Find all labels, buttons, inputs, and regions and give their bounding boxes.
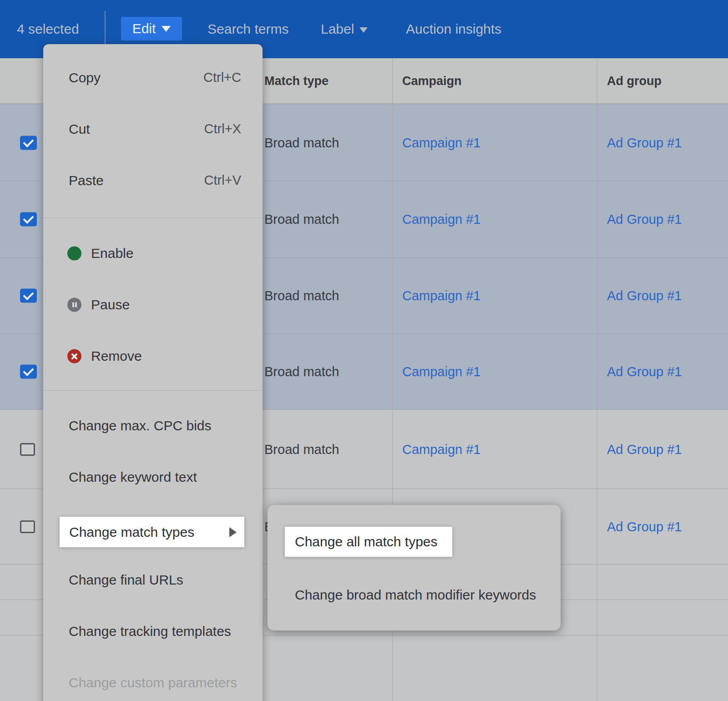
menu-item-change-match-types[interactable]: Change match types (43, 503, 263, 554)
column-header-ad-group[interactable]: Ad group (607, 58, 662, 104)
ad-group-link[interactable]: Ad Group #1 (607, 519, 682, 534)
row-checkbox-checked[interactable] (20, 136, 37, 150)
column-divider (597, 58, 597, 701)
menu-item-label: Copy (69, 70, 101, 86)
row-checkbox-checked[interactable] (20, 289, 37, 303)
menu-item-label: Change final URLs (69, 572, 183, 588)
menu-item-change-tracking-templates[interactable]: Change tracking templates (43, 605, 263, 657)
row-checkbox-unchecked[interactable] (20, 443, 35, 456)
menu-item-paste[interactable]: Paste Ctrl+V (43, 155, 263, 206)
campaign-link[interactable]: Campaign #1 (402, 364, 481, 379)
row-checkbox-checked[interactable] (20, 212, 37, 227)
menu-item-change-keyword-text[interactable]: Change keyword text (43, 451, 263, 503)
menu-item-copy[interactable]: Copy Ctrl+C (43, 52, 263, 103)
row-checkbox-checked[interactable] (20, 365, 37, 379)
menu-item-label: Change max. CPC bids (69, 418, 211, 434)
match-type-cell: Broad match (264, 442, 339, 457)
campaign-link[interactable]: Campaign #1 (402, 442, 481, 457)
menu-item-change-custom-parameters[interactable]: Change custom parameters (43, 657, 263, 701)
menu-item-change-max-cpc-bids[interactable]: Change max. CPC bids (43, 400, 263, 451)
menu-item-pause[interactable]: Pause (43, 279, 263, 330)
menu-item-label: Change tracking templates (69, 624, 231, 639)
menu-item-remove[interactable]: Remove (43, 330, 263, 382)
chevron-down-icon (359, 27, 368, 33)
menu-item-label: Paste (69, 173, 104, 188)
submenu-item-change-all-match-types[interactable]: Change all match types (285, 527, 452, 557)
submenu-item-change-broad-match-modifier-keywords[interactable]: Change broad match modifier keywords (295, 587, 536, 603)
column-header-match-type[interactable]: Match type (264, 58, 329, 104)
menu-item-label: Cut (69, 121, 90, 137)
menu-item-cut[interactable]: Cut Ctrl+X (43, 103, 263, 155)
ad-group-link[interactable]: Ad Group #1 (607, 212, 682, 227)
chevron-down-icon (162, 26, 171, 32)
menu-item-label: Pause (91, 297, 130, 313)
menu-item-shortcut: Ctrl+C (203, 70, 241, 85)
edit-dropdown-menu: Copy Ctrl+C Cut Ctrl+X Paste Ctrl+V Enab… (43, 44, 263, 701)
match-type-cell: Broad match (264, 135, 339, 150)
ad-group-link[interactable]: Ad Group #1 (607, 442, 682, 457)
column-header-campaign[interactable]: Campaign (402, 58, 462, 104)
auction-insights-label: Auction insights (406, 0, 501, 58)
submenu-arrow-icon (229, 527, 237, 537)
menu-item-label: Change keyword text (69, 469, 197, 485)
pause-icon (67, 298, 81, 312)
auction-insights-button[interactable]: Auction insights (406, 0, 501, 58)
submenu-item-label: Change all match types (295, 534, 438, 550)
menu-item-label: Change match types (69, 524, 194, 540)
menu-item-shortcut: Ctrl+V (204, 173, 241, 188)
ad-group-link[interactable]: Ad Group #1 (607, 288, 682, 303)
label-button-label: Label (321, 0, 354, 58)
menu-item-label: Remove (91, 348, 142, 364)
edit-menu-button[interactable]: Edit (121, 17, 182, 40)
change-match-types-submenu: Change all match types Change broad matc… (268, 505, 561, 630)
menu-divider (43, 390, 263, 391)
row-checkbox-unchecked[interactable] (20, 520, 35, 533)
match-type-cell: Broad match (264, 364, 339, 379)
menu-item-shortcut: Ctrl+X (204, 121, 241, 136)
change-match-types-highlight[interactable]: Change match types (60, 517, 244, 547)
menu-divider (43, 217, 263, 218)
remove-icon (67, 349, 81, 363)
menu-item-label: Enable (91, 246, 133, 261)
menu-item-enable[interactable]: Enable (43, 227, 263, 279)
match-type-cell: Broad match (264, 288, 339, 303)
match-type-cell: Broad match (264, 212, 339, 227)
edit-button-label: Edit (132, 21, 156, 36)
ad-group-link[interactable]: Ad Group #1 (607, 364, 682, 379)
campaign-link[interactable]: Campaign #1 (402, 135, 481, 150)
toolbar-divider (105, 11, 106, 46)
label-menu-button[interactable]: Label (321, 0, 368, 58)
menu-item-label: Change custom parameters (69, 675, 237, 691)
campaign-link[interactable]: Campaign #1 (402, 288, 481, 303)
enable-icon (67, 246, 81, 260)
menu-item-change-final-urls[interactable]: Change final URLs (43, 554, 263, 605)
ad-group-link[interactable]: Ad Group #1 (607, 135, 682, 150)
campaign-link[interactable]: Campaign #1 (402, 212, 481, 227)
